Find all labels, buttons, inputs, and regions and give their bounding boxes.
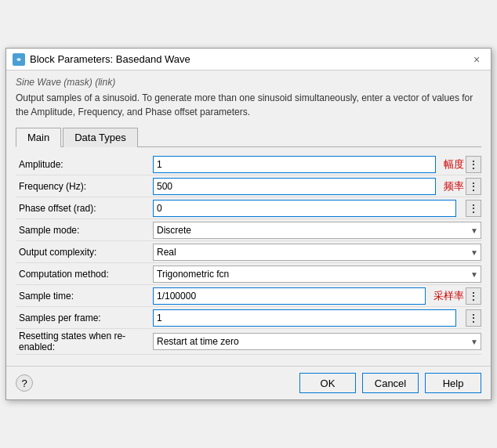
sample-mode-control: Discrete Continuous ▼ xyxy=(153,222,481,239)
output-complexity-dropdown[interactable]: Real Complex xyxy=(153,244,481,261)
param-row-resetting: Resetting states when re-enabled: Restar… xyxy=(16,329,481,355)
help-icon-button[interactable]: ? xyxy=(16,374,33,392)
computation-label: Computation method: xyxy=(16,269,153,280)
amplitude-input[interactable] xyxy=(153,156,436,173)
computation-control: Trigonometric fcn CORDIC ▼ xyxy=(153,266,481,283)
block-subtitle: Sine Wave (mask) (link) xyxy=(16,77,481,88)
sample-time-annotation: 采样率 xyxy=(434,289,464,303)
cancel-button[interactable]: Cancel xyxy=(362,373,419,393)
amplitude-control: 幅度 xyxy=(153,156,464,173)
main-window: Block Parameters: Basedand Wave × Sine W… xyxy=(5,48,492,400)
resetting-control: Restart at time zero Continue ▼ xyxy=(153,333,481,350)
tab-main[interactable]: Main xyxy=(16,128,61,147)
title-bar: Block Parameters: Basedand Wave × xyxy=(6,49,491,70)
output-complexity-label: Output complexity: xyxy=(16,247,153,258)
phase-label: Phase offset (rad): xyxy=(16,203,153,214)
param-row-sample-time: Sample time: 采样率 ⋮ xyxy=(16,285,481,307)
window-title: Block Parameters: Basedand Wave xyxy=(30,53,190,65)
param-row-amplitude: Amplitude: 幅度 ⋮ xyxy=(16,154,481,175)
footer: ? OK Cancel Help xyxy=(6,366,491,399)
param-row-samples-per-frame: Samples per frame: ⋮ xyxy=(16,307,481,329)
content-area: Sine Wave (mask) (link) Output samples o… xyxy=(6,70,491,361)
samples-per-frame-input[interactable] xyxy=(153,309,456,327)
resetting-dropdown-wrapper: Restart at time zero Continue ▼ xyxy=(153,333,481,350)
resetting-label: Resetting states when re-enabled: xyxy=(16,331,153,352)
help-button[interactable]: Help xyxy=(425,373,481,393)
block-description: Output samples of a sinusoid. To generat… xyxy=(16,91,481,119)
samples-per-frame-menu-btn[interactable]: ⋮ xyxy=(466,309,481,327)
sample-time-menu-btn[interactable]: ⋮ xyxy=(466,287,481,305)
frequency-label: Frequency (Hz): xyxy=(16,181,153,192)
samples-per-frame-label: Samples per frame: xyxy=(16,313,153,323)
resetting-dropdown[interactable]: Restart at time zero Continue xyxy=(153,333,481,350)
phase-input[interactable] xyxy=(153,200,456,217)
param-row-phase: Phase offset (rad): ⋮ xyxy=(16,197,481,219)
sample-time-input[interactable] xyxy=(153,287,426,305)
title-bar-left: Block Parameters: Basedand Wave xyxy=(13,53,190,66)
samples-per-frame-control xyxy=(153,309,464,327)
output-complexity-dropdown-wrapper: Real Complex ▼ xyxy=(153,244,481,261)
frequency-menu-btn[interactable]: ⋮ xyxy=(466,178,481,195)
params-grid: Amplitude: 幅度 ⋮ Frequency (Hz): 频率 ⋮ Pha… xyxy=(16,154,481,355)
param-row-sample-mode: Sample mode: Discrete Continuous ▼ xyxy=(16,219,481,241)
tab-data-types[interactable]: Data Types xyxy=(63,128,138,147)
window-icon xyxy=(13,53,25,66)
amplitude-annotation: 幅度 xyxy=(444,157,464,172)
tabs-container: Main Data Types xyxy=(16,127,481,147)
computation-dropdown[interactable]: Trigonometric fcn CORDIC xyxy=(153,266,481,283)
amplitude-label: Amplitude: xyxy=(16,159,153,170)
sample-mode-dropdown-wrapper: Discrete Continuous ▼ xyxy=(153,222,481,239)
close-button[interactable]: × xyxy=(469,52,484,67)
sample-time-label: Sample time: xyxy=(16,291,153,302)
footer-buttons: OK Cancel Help xyxy=(299,373,481,393)
sample-mode-label: Sample mode: xyxy=(16,225,153,236)
param-row-computation: Computation method: Trigonometric fcn CO… xyxy=(16,263,481,285)
computation-dropdown-wrapper: Trigonometric fcn CORDIC ▼ xyxy=(153,266,481,283)
param-row-output-complexity: Output complexity: Real Complex ▼ xyxy=(16,241,481,263)
frequency-input[interactable] xyxy=(153,178,436,195)
ok-button[interactable]: OK xyxy=(299,373,356,393)
sample-time-control: 采样率 xyxy=(153,287,464,305)
phase-control xyxy=(153,200,464,217)
amplitude-menu-btn[interactable]: ⋮ xyxy=(466,156,481,173)
param-row-frequency: Frequency (Hz): 频率 ⋮ xyxy=(16,175,481,197)
sample-mode-dropdown[interactable]: Discrete Continuous xyxy=(153,222,481,239)
frequency-control: 频率 xyxy=(153,178,464,195)
frequency-annotation: 频率 xyxy=(444,179,464,193)
phase-menu-btn[interactable]: ⋮ xyxy=(466,200,481,217)
output-complexity-control: Real Complex ▼ xyxy=(153,244,481,261)
